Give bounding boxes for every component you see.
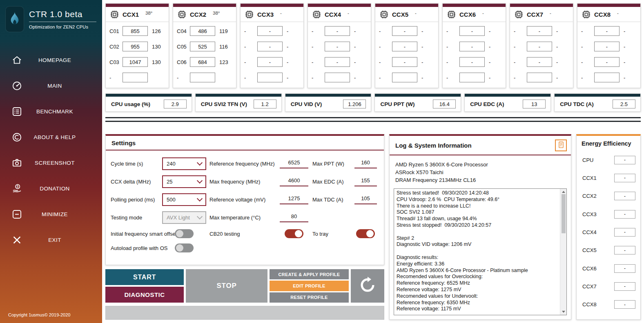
ccx8-panel: CCX8 - - - - - - - [577, 3, 641, 88]
core-value-input[interactable]: - [459, 42, 485, 51]
ccx2-title: CCX2 [190, 11, 206, 18]
core-value-input[interactable]: - [594, 42, 619, 51]
system-info-line: DRAM Frequency 2134MHz CL16 [395, 176, 565, 184]
max-ppt-input[interactable]: 160 [354, 159, 377, 168]
scroll-down-arrow[interactable] [562, 311, 565, 313]
stat-label: CPU TDC (A) [560, 101, 594, 107]
scroll-up-arrow[interactable] [562, 191, 565, 193]
start-button[interactable]: START [105, 269, 184, 285]
core-value-input[interactable] [123, 73, 148, 82]
core-row: - - - [312, 26, 367, 36]
log-scrollbar[interactable] [560, 189, 566, 315]
max-temperature-input[interactable]: 80 [280, 213, 308, 222]
sidebar-item-main[interactable]: MAIN [0, 73, 102, 99]
core-value-input[interactable]: - [257, 42, 283, 51]
core-extra-value: - [287, 28, 298, 34]
diagnostic-button[interactable]: DIAGNOSTIC [105, 287, 184, 303]
ccx-delta-dropdown[interactable]: 25 [162, 175, 206, 188]
core-value-input[interactable] [325, 73, 350, 82]
stat-value: 2.9 [164, 100, 187, 108]
core-value-input[interactable]: 525 [190, 42, 215, 51]
core-value-input[interactable]: - [325, 57, 350, 67]
core-extra-value: - [354, 75, 365, 81]
ccx-header: CCX4 - [308, 7, 371, 22]
core-value-input[interactable]: - [459, 57, 485, 67]
energy-row-ccx1: CCX1 - [582, 174, 635, 182]
energy-row-label: CCX2 [582, 193, 597, 199]
log-text[interactable]: Stress test started! 09/30/2020 14:20:48… [394, 189, 560, 315]
core-value-input[interactable]: 955 [123, 42, 148, 51]
core-value-input[interactable] [527, 73, 552, 82]
core-value-input[interactable]: - [325, 42, 350, 51]
cycle-time-dropdown[interactable]: 240 [162, 157, 206, 170]
sidebar-item-exit[interactable]: EXIT [0, 227, 102, 253]
reset-profile-button[interactable]: RESET PROFILE [270, 292, 349, 303]
sidebar-item-donation[interactable]: $ DONATION [0, 176, 102, 201]
core-row: - - - [244, 57, 300, 67]
sidebar-item-benchmark[interactable]: BENCHMARK [0, 99, 102, 124]
create-apply-profile-button[interactable]: CREATE & APPLY PROFILE [270, 269, 349, 279]
ccx-temperature: 38° [213, 11, 220, 15]
core-value-input[interactable]: - [392, 26, 417, 36]
ccx7-title: CCX7 [527, 11, 543, 18]
core-label: - [379, 75, 392, 81]
ccx6-title: CCX6 [459, 11, 476, 18]
core-value-input[interactable]: 855 [123, 26, 148, 36]
core-value-input[interactable] [257, 73, 283, 82]
refresh-button[interactable] [351, 269, 384, 303]
cpu-chip-icon [379, 9, 389, 20]
log-panel-title: Log & System Information [395, 142, 472, 149]
stop-button[interactable]: STOP [186, 269, 267, 303]
core-value-input[interactable]: - [527, 57, 552, 67]
edit-profile-button[interactable]: EDIT PROFILE [270, 281, 349, 291]
core-value-input[interactable]: - [527, 26, 552, 36]
to-tray-toggle[interactable] [356, 229, 375, 238]
core-value-input[interactable]: - [594, 26, 619, 36]
log-file-button[interactable] [555, 139, 567, 151]
core-value-input[interactable]: - [325, 26, 350, 36]
reference-voltage-input[interactable]: 1275 [280, 195, 308, 204]
core-value-input[interactable]: - [392, 57, 417, 67]
scrollbar-thumb[interactable] [562, 194, 566, 233]
core-value-input[interactable]: - [257, 26, 283, 36]
panel-accent-bar [555, 94, 640, 97]
core-value-input[interactable]: 1047 [123, 57, 148, 67]
core-extra-value: 126 [152, 28, 163, 34]
core-label: - [244, 28, 257, 34]
reference-frequency-input[interactable]: 6525 [280, 159, 308, 168]
core-value-input[interactable]: - [459, 26, 485, 36]
sidebar-item-about-help[interactable]: ABOUT & HELP [0, 124, 102, 150]
ccx-header: CCX6 - [443, 7, 506, 22]
ccx-header: CCX1 38° [106, 7, 169, 22]
sidebar-item-homepage[interactable]: HOMEPAGE [0, 47, 102, 73]
ccx-header: CCX3 - [241, 7, 303, 22]
max-edc-input[interactable]: 155 [354, 177, 377, 186]
core-value-input[interactable] [594, 73, 619, 82]
core-label: - [244, 59, 257, 65]
smart-offset-toggle[interactable] [175, 229, 194, 238]
panel-accent-bar [241, 4, 303, 7]
chevron-down-icon [197, 214, 203, 219]
core-value-input[interactable]: 486 [190, 26, 215, 36]
sidebar-item-minimize[interactable]: MINIMIZE [0, 201, 102, 227]
core-value-input[interactable]: - [594, 57, 619, 67]
cb20-testing-toggle[interactable] [285, 229, 303, 238]
autoload-profile-toggle[interactable] [175, 243, 194, 252]
polling-period-label: Polling period (ms) [111, 197, 159, 203]
max-frequency-input[interactable]: 4600 [280, 177, 308, 186]
stat-value: 13 [523, 100, 546, 108]
core-value-input[interactable] [190, 73, 215, 82]
panel-accent-bar [106, 94, 192, 97]
core-value-input[interactable]: - [527, 42, 552, 51]
max-tdc-input[interactable]: 105 [354, 195, 377, 204]
panel-accent-bar [285, 94, 371, 97]
polling-period-dropdown[interactable]: 500 [162, 193, 206, 206]
core-rows: - - - - - - - - - [375, 22, 438, 88]
core-value-input[interactable] [392, 73, 417, 82]
core-value-input[interactable]: - [392, 42, 417, 51]
copyright-text: Copyright 1usmus© 2019-2020 [0, 312, 102, 323]
core-value-input[interactable]: 684 [190, 57, 215, 67]
core-value-input[interactable]: - [257, 57, 283, 67]
core-value-input[interactable] [459, 73, 485, 82]
sidebar-item-screenshot[interactable]: SCREENSHOT [0, 150, 102, 176]
